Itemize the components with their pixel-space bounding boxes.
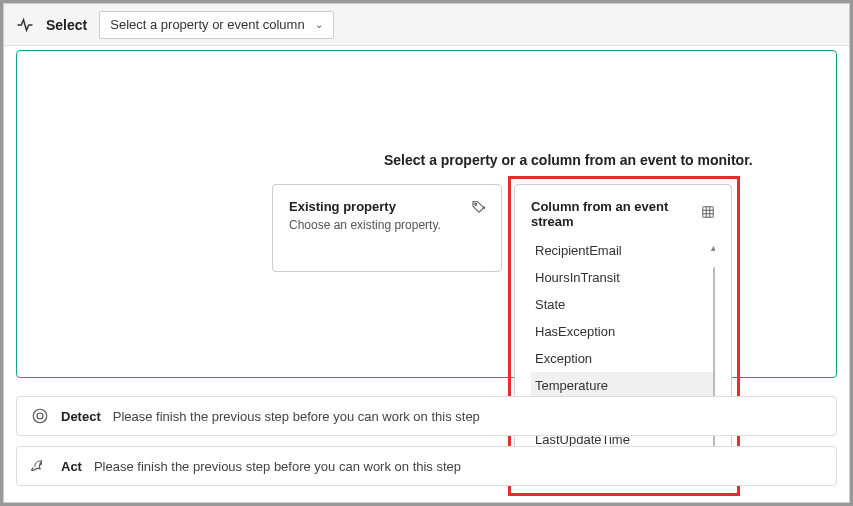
event-stream-header: Column from an event stream bbox=[531, 199, 715, 237]
main-area: Select a property or a column from an ev… bbox=[4, 46, 849, 502]
list-item[interactable]: Exception bbox=[531, 345, 715, 372]
svg-point-0 bbox=[475, 203, 477, 205]
list-item[interactable]: State bbox=[531, 291, 715, 318]
dropdown-placeholder: Select a property or event column bbox=[110, 17, 304, 32]
activity-icon bbox=[16, 16, 34, 34]
list-item[interactable]: Temperature bbox=[531, 372, 715, 399]
act-message: Please finish the previous step before y… bbox=[94, 459, 461, 474]
detect-step-row[interactable]: Detect Please finish the previous step b… bbox=[16, 396, 837, 436]
detect-label: Detect bbox=[61, 409, 101, 424]
existing-property-subtitle: Choose an existing property. bbox=[289, 218, 485, 232]
property-column-dropdown[interactable]: Select a property or event column ⌄ bbox=[99, 11, 333, 39]
toolbar: Select Select a property or event column… bbox=[4, 4, 849, 46]
existing-property-title: Existing property bbox=[289, 199, 485, 214]
event-stream-title: Column from an event stream bbox=[531, 199, 701, 229]
svg-point-6 bbox=[33, 409, 47, 423]
grid-icon bbox=[701, 205, 715, 223]
prompt-text: Select a property or a column from an ev… bbox=[384, 152, 753, 168]
detect-message: Please finish the previous step before y… bbox=[113, 409, 480, 424]
select-label: Select bbox=[46, 17, 87, 33]
svg-point-7 bbox=[37, 413, 43, 419]
app-window: Select Select a property or event column… bbox=[3, 3, 850, 503]
scroll-up-icon[interactable]: ▲ bbox=[709, 243, 715, 253]
event-stream-column-card[interactable]: Column from an event stream RecipientEma… bbox=[514, 184, 732, 486]
list-item[interactable]: HoursInTransit bbox=[531, 264, 715, 291]
detect-icon bbox=[31, 407, 49, 425]
act-label: Act bbox=[61, 459, 82, 474]
existing-property-card[interactable]: Existing property Choose an existing pro… bbox=[272, 184, 502, 272]
list-item[interactable]: RecipientEmail bbox=[531, 237, 715, 264]
svg-rect-1 bbox=[703, 207, 714, 218]
act-icon bbox=[31, 457, 49, 475]
list-item[interactable]: HasException bbox=[531, 318, 715, 345]
act-step-row[interactable]: Act Please finish the previous step befo… bbox=[16, 446, 837, 486]
tag-icon bbox=[471, 199, 487, 219]
chevron-down-icon: ⌄ bbox=[315, 19, 323, 30]
